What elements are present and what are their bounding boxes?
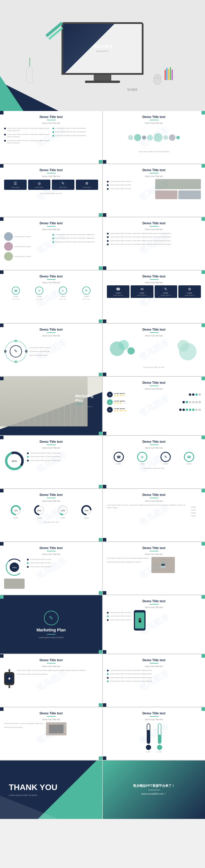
- s17-t1: Lorem ipsum dolor sit amet.: [30, 558, 52, 560]
- s18-t1: Lorem ipsum dolor sit amet consectetur a…: [107, 557, 149, 560]
- svg-text:60%: 60%: [12, 460, 17, 463]
- corner-bl: [103, 160, 106, 163]
- s5-circle-2: [4, 242, 13, 251]
- slide-3-bars: ☰ Lorem ipsum ◎ Lorem ipsum ✎ Lorem ipsu…: [4, 180, 98, 190]
- s8-card-desc-3: ipsum dolor sit: [156, 294, 175, 296]
- s21-watch-strap-bottom: [8, 685, 10, 688]
- s20-content: Lorem ipsum dolor sit amet. Lorem ipsum …: [107, 610, 201, 630]
- corner-bl-12: [103, 432, 106, 435]
- s12-row-2: B Lorem ipsum ★ ★ ★ ★ ★: [107, 399, 201, 405]
- slide-2-text: Lorem ipsum dolor sit amet consectetur: [107, 150, 201, 153]
- s24-label-1: Lorem: [146, 751, 151, 753]
- s13-tb-2: Lorem ipsum dolor sit amet consectetur.: [27, 455, 61, 458]
- s12-avatar-1: A: [107, 392, 113, 398]
- s7-circle-3: ♦: [59, 286, 67, 295]
- slide-8-title: Demo Title text: [107, 275, 201, 278]
- s15-donut-svg-2: 50%: [33, 504, 45, 516]
- s16-hlabel-2: Lorem: [191, 509, 200, 511]
- slide-3: 笔鸟图库 Demo Title text Demo Sub Title text…: [0, 164, 102, 217]
- s9-text-2: consectetur adipiscing elit: [29, 350, 98, 353]
- slide-10-text: Lorem ipsum dolor sit amet: [107, 366, 201, 368]
- slide-17-divider: [47, 551, 56, 551]
- slide-4-title: Demo Title text: [107, 168, 201, 172]
- slide-2-divider: [150, 120, 158, 120]
- col-bar-1: ☰ Lorem ipsum: [4, 180, 27, 190]
- s18-laptop-photo: 💻: [151, 557, 175, 573]
- s7-label-1: Lorem: [14, 296, 19, 297]
- tbr-row-1: Lorem ipsum dolor sit amet consectetur.: [52, 127, 98, 129]
- s21-watch: ⌚: [4, 672, 14, 685]
- s9-text-3: sed do eiusmod tempor: [29, 354, 98, 356]
- monitor: 商业计划书 FinancePPT: [61, 22, 144, 75]
- s7-icon-4: ⚑ Lorem ipsum dolor: [80, 286, 92, 300]
- svg-point-4: [25, 350, 28, 353]
- col-icon-3: ✎: [53, 181, 73, 185]
- s14-circle-2: ⊞: [137, 452, 147, 462]
- s24-thermo-2: Lorem: [157, 723, 162, 753]
- s22-b1: [107, 670, 109, 672]
- s20-tbs: Lorem ipsum dolor sit amet. Lorem ipsum …: [107, 611, 131, 621]
- s24-tube-1: [147, 723, 150, 744]
- star-1-2: ★: [117, 394, 119, 397]
- s14-label-3: Lorem: [163, 463, 168, 465]
- world-map-container: [107, 126, 201, 149]
- s5-label-3: Lorem ipsum sit amet: [14, 255, 50, 257]
- map-dot-3: [142, 135, 146, 140]
- s16-hlabel-3: Lorem: [191, 512, 200, 514]
- slide-13-subtitle: Demo Sub Title text: [4, 447, 98, 449]
- svg-text:✎: ✎: [14, 349, 18, 353]
- map-dot-7: [169, 134, 175, 141]
- s13-tb-1: Lorem ipsum dolor sit amet consectetur.: [27, 452, 61, 454]
- corner-tr-6: [202, 217, 205, 221]
- p2-6: [199, 401, 201, 403]
- s21-text: Lorem ipsum dolor sit amet consectetur a…: [17, 669, 86, 688]
- corner-bl-18: [103, 591, 106, 595]
- s7-label-3: Lorem: [60, 296, 65, 297]
- s16-bars: Lorem Lorem Lorem: [191, 504, 201, 519]
- slide-14: 笔鸟图库 Demo Title text Demo Sub Title text…: [103, 436, 205, 488]
- slide-1-subtitle: Demo Sub Title text: [4, 122, 98, 124]
- bullet-2: [4, 134, 6, 135]
- s5-t1: Lorem ipsum dolor sit amet consectetur a…: [55, 234, 95, 236]
- slide-1-right-blocks: Lorem ipsum dolor sit amet consectetur. …: [52, 127, 98, 137]
- s21-watch-wrapper: ⌚: [4, 669, 14, 688]
- s22-tb-2: Lorem ipsum dolor sit amet consectetur a…: [107, 673, 201, 675]
- corner-bl-20: [103, 650, 106, 654]
- bullet-t1: [52, 128, 54, 129]
- sc-4: [177, 340, 189, 352]
- s12-people-3: [179, 409, 201, 411]
- s21-t1: Lorem ipsum dolor sit amet consectetur a…: [17, 669, 86, 672]
- slide-9-title: Demo Title text: [4, 328, 98, 331]
- s13-left: 60%: [4, 451, 25, 471]
- bullet-3: [4, 140, 6, 142]
- promo-divider: [148, 790, 160, 790]
- s4-b2: [107, 184, 109, 186]
- s8-card-icon-2: ✉: [132, 287, 151, 291]
- svg-text:12%: 12%: [61, 509, 65, 512]
- corner-br-15: [99, 538, 102, 541]
- tb-text-1: Lorem ipsum dolor sit amet, consectetur …: [7, 127, 50, 132]
- s12-row-1: A Lorem ipsum ★ ★ ★ ★ ★: [107, 392, 201, 398]
- slide-23: 笔鸟图库 Demo Title text Demo Sub Title text…: [0, 707, 102, 760]
- star-3-1: ★: [114, 409, 116, 412]
- slide-14-subtitle: Demo Sub Title text: [107, 447, 201, 449]
- s22-t4: Lorem ipsum dolor sit amet consectetur a…: [110, 680, 152, 682]
- s12-info-1: Lorem ipsum ★ ★ ★ ★ ★: [114, 393, 188, 397]
- slide-21-subtitle: Demo Sub Title text: [4, 665, 98, 668]
- s21-watch-strap-top: [8, 669, 10, 672]
- slide-12-title: Demo Title text: [107, 381, 201, 384]
- slide-9-divider: [47, 332, 56, 333]
- slide-8-cards: ☎ Lorem ipsum dolor sit ✉ Lorem ipsum do…: [107, 285, 201, 298]
- s18-t2: Sed do eiusmod tempor incididunt ut labo…: [107, 561, 149, 563]
- s11-divider: [75, 404, 83, 404]
- slide-18-divider: [150, 551, 158, 551]
- s22-tb-1: Lorem ipsum dolor sit amet consectetur a…: [107, 669, 201, 672]
- slide-16-subtitle: Demo Sub Title text: [107, 500, 201, 502]
- s12-info-3: Lorem ipsum ★ ★ ★ ★ ★: [114, 408, 178, 412]
- s5-b3: [52, 241, 54, 243]
- s6-tb-1: Lorem ipsum dolor sit amet, consectetur …: [107, 232, 201, 235]
- s17-t3: Lorem ipsum dolor sit amet.: [30, 565, 52, 568]
- s5-b1: [52, 234, 54, 236]
- svg-text:70%: 70%: [12, 566, 17, 569]
- slide-13: 笔鸟图库 Demo Title text Demo Sub Title text…: [0, 436, 102, 488]
